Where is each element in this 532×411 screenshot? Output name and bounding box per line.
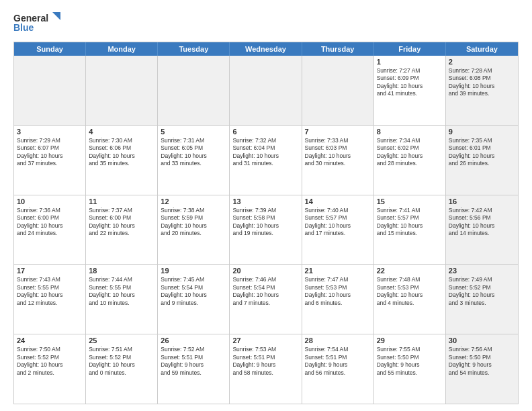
day-info: Sunrise: 7:51 AM Sunset: 5:52 PM Dayligh… <box>89 346 154 377</box>
day-number: 19 <box>161 267 226 275</box>
day-cell-15: 15Sunrise: 7:41 AM Sunset: 5:57 PM Dayli… <box>374 195 446 265</box>
day-cell-29: 29Sunrise: 7:55 AM Sunset: 5:50 PM Dayli… <box>374 334 446 404</box>
header-day-saturday: Saturday <box>446 42 518 56</box>
day-number: 6 <box>232 128 298 136</box>
day-cell-18: 18Sunrise: 7:44 AM Sunset: 5:55 PM Dayli… <box>86 265 158 334</box>
day-info: Sunrise: 7:43 AM Sunset: 5:55 PM Dayligh… <box>17 276 83 307</box>
day-number: 20 <box>232 267 298 275</box>
calendar-week-3: 10Sunrise: 7:36 AM Sunset: 6:00 PM Dayli… <box>14 195 518 265</box>
page-header: GeneralBlue <box>13 11 519 35</box>
day-number: 5 <box>161 128 226 136</box>
day-info: Sunrise: 7:36 AM Sunset: 6:00 PM Dayligh… <box>17 207 83 238</box>
day-cell-30: 30Sunrise: 7:56 AM Sunset: 5:50 PM Dayli… <box>446 334 518 404</box>
day-info: Sunrise: 7:42 AM Sunset: 5:56 PM Dayligh… <box>449 207 515 238</box>
day-number: 8 <box>377 128 443 136</box>
day-cell-2: 2Sunrise: 7:28 AM Sunset: 6:08 PM Daylig… <box>446 56 518 125</box>
day-cell-23: 23Sunrise: 7:49 AM Sunset: 5:52 PM Dayli… <box>446 265 518 334</box>
day-cell-17: 17Sunrise: 7:43 AM Sunset: 5:55 PM Dayli… <box>14 265 86 334</box>
day-cell-5: 5Sunrise: 7:31 AM Sunset: 6:05 PM Daylig… <box>158 126 230 195</box>
day-number: 3 <box>17 128 83 136</box>
day-cell-9: 9Sunrise: 7:35 AM Sunset: 6:01 PM Daylig… <box>446 126 518 195</box>
header-day-tuesday: Tuesday <box>158 42 230 56</box>
day-number: 4 <box>89 128 154 136</box>
empty-cell-w0c3 <box>230 56 302 125</box>
day-info: Sunrise: 7:39 AM Sunset: 5:58 PM Dayligh… <box>232 207 298 238</box>
day-number: 22 <box>377 267 443 275</box>
day-number: 14 <box>305 197 371 205</box>
day-info: Sunrise: 7:47 AM Sunset: 5:53 PM Dayligh… <box>305 276 371 307</box>
day-number: 28 <box>305 336 371 345</box>
day-number: 2 <box>449 58 515 66</box>
day-cell-12: 12Sunrise: 7:38 AM Sunset: 5:59 PM Dayli… <box>158 195 230 265</box>
day-info: Sunrise: 7:44 AM Sunset: 5:55 PM Dayligh… <box>89 276 154 307</box>
day-number: 7 <box>305 128 371 136</box>
day-info: Sunrise: 7:38 AM Sunset: 5:59 PM Dayligh… <box>161 207 226 238</box>
day-number: 30 <box>449 336 515 345</box>
day-info: Sunrise: 7:40 AM Sunset: 5:57 PM Dayligh… <box>305 207 371 238</box>
day-info: Sunrise: 7:49 AM Sunset: 5:52 PM Dayligh… <box>449 276 515 307</box>
day-number: 15 <box>377 197 443 205</box>
day-cell-11: 11Sunrise: 7:37 AM Sunset: 6:00 PM Dayli… <box>86 195 158 265</box>
day-cell-4: 4Sunrise: 7:30 AM Sunset: 6:06 PM Daylig… <box>86 126 158 195</box>
empty-cell-w0c4 <box>302 56 374 125</box>
calendar-week-1: 1Sunrise: 7:27 AM Sunset: 6:09 PM Daylig… <box>14 56 518 126</box>
day-info: Sunrise: 7:33 AM Sunset: 6:03 PM Dayligh… <box>305 137 371 168</box>
day-number: 21 <box>305 267 371 275</box>
day-cell-27: 27Sunrise: 7:53 AM Sunset: 5:51 PM Dayli… <box>230 334 302 404</box>
day-cell-8: 8Sunrise: 7:34 AM Sunset: 6:02 PM Daylig… <box>374 126 446 195</box>
empty-cell-w0c2 <box>158 56 230 125</box>
day-info: Sunrise: 7:55 AM Sunset: 5:50 PM Dayligh… <box>377 346 443 377</box>
day-info: Sunrise: 7:34 AM Sunset: 6:02 PM Dayligh… <box>377 137 443 168</box>
day-info: Sunrise: 7:56 AM Sunset: 5:50 PM Dayligh… <box>449 346 515 377</box>
day-cell-26: 26Sunrise: 7:52 AM Sunset: 5:51 PM Dayli… <box>158 334 230 404</box>
day-cell-3: 3Sunrise: 7:29 AM Sunset: 6:07 PM Daylig… <box>14 126 86 195</box>
calendar-body: 1Sunrise: 7:27 AM Sunset: 6:09 PM Daylig… <box>14 56 518 404</box>
logo: GeneralBlue <box>13 11 67 35</box>
day-info: Sunrise: 7:50 AM Sunset: 5:52 PM Dayligh… <box>17 346 83 377</box>
day-cell-10: 10Sunrise: 7:36 AM Sunset: 6:00 PM Dayli… <box>14 195 86 265</box>
day-number: 29 <box>377 336 443 345</box>
svg-text:Blue: Blue <box>13 22 34 33</box>
day-info: Sunrise: 7:31 AM Sunset: 6:05 PM Dayligh… <box>161 137 226 168</box>
day-info: Sunrise: 7:30 AM Sunset: 6:06 PM Dayligh… <box>89 137 154 168</box>
header-day-sunday: Sunday <box>14 42 86 56</box>
header-day-monday: Monday <box>86 42 158 56</box>
calendar-week-4: 17Sunrise: 7:43 AM Sunset: 5:55 PM Dayli… <box>14 265 518 334</box>
day-info: Sunrise: 7:48 AM Sunset: 5:53 PM Dayligh… <box>377 276 443 307</box>
day-cell-1: 1Sunrise: 7:27 AM Sunset: 6:09 PM Daylig… <box>374 56 446 125</box>
day-cell-13: 13Sunrise: 7:39 AM Sunset: 5:58 PM Dayli… <box>230 195 302 265</box>
day-info: Sunrise: 7:35 AM Sunset: 6:01 PM Dayligh… <box>449 137 515 168</box>
day-info: Sunrise: 7:52 AM Sunset: 5:51 PM Dayligh… <box>161 346 226 377</box>
day-cell-24: 24Sunrise: 7:50 AM Sunset: 5:52 PM Dayli… <box>14 334 86 404</box>
calendar-header: SundayMondayTuesdayWednesdayThursdayFrid… <box>14 42 518 56</box>
day-info: Sunrise: 7:32 AM Sunset: 6:04 PM Dayligh… <box>232 137 298 168</box>
day-cell-28: 28Sunrise: 7:54 AM Sunset: 5:51 PM Dayli… <box>302 334 374 404</box>
day-cell-7: 7Sunrise: 7:33 AM Sunset: 6:03 PM Daylig… <box>302 126 374 195</box>
header-day-wednesday: Wednesday <box>230 42 302 56</box>
day-cell-20: 20Sunrise: 7:46 AM Sunset: 5:54 PM Dayli… <box>230 265 302 334</box>
day-number: 27 <box>232 336 298 345</box>
day-info: Sunrise: 7:27 AM Sunset: 6:09 PM Dayligh… <box>377 67 443 98</box>
empty-cell-w0c1 <box>86 56 158 125</box>
day-cell-25: 25Sunrise: 7:51 AM Sunset: 5:52 PM Dayli… <box>86 334 158 404</box>
day-cell-14: 14Sunrise: 7:40 AM Sunset: 5:57 PM Dayli… <box>302 195 374 265</box>
empty-cell-w0c0 <box>14 56 86 125</box>
day-cell-16: 16Sunrise: 7:42 AM Sunset: 5:56 PM Dayli… <box>446 195 518 265</box>
day-info: Sunrise: 7:46 AM Sunset: 5:54 PM Dayligh… <box>232 276 298 307</box>
day-info: Sunrise: 7:28 AM Sunset: 6:08 PM Dayligh… <box>449 67 515 98</box>
svg-marker-2 <box>52 12 60 20</box>
day-number: 18 <box>89 267 154 275</box>
day-number: 26 <box>161 336 226 345</box>
day-info: Sunrise: 7:41 AM Sunset: 5:57 PM Dayligh… <box>377 207 443 238</box>
day-number: 11 <box>89 197 154 205</box>
calendar: SundayMondayTuesdayWednesdayThursdayFrid… <box>13 42 519 404</box>
day-number: 1 <box>377 58 443 66</box>
day-number: 23 <box>449 267 515 275</box>
calendar-week-5: 24Sunrise: 7:50 AM Sunset: 5:52 PM Dayli… <box>14 334 518 404</box>
day-info: Sunrise: 7:29 AM Sunset: 6:07 PM Dayligh… <box>17 137 83 168</box>
day-info: Sunrise: 7:53 AM Sunset: 5:51 PM Dayligh… <box>232 346 298 377</box>
day-number: 16 <box>449 197 515 205</box>
header-day-friday: Friday <box>374 42 446 56</box>
day-info: Sunrise: 7:54 AM Sunset: 5:51 PM Dayligh… <box>305 346 371 377</box>
day-number: 24 <box>17 336 83 345</box>
